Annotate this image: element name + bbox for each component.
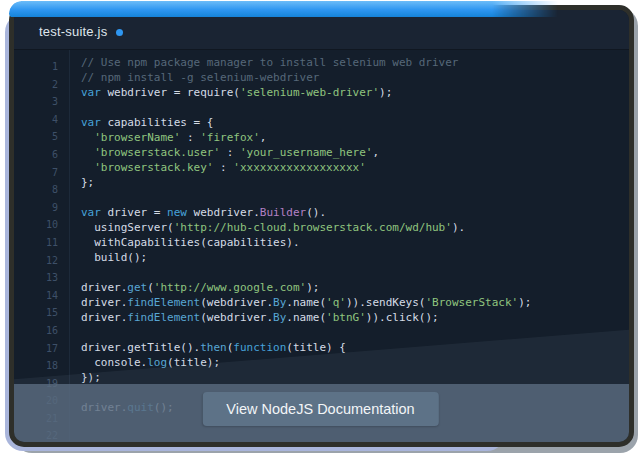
code-content: // Use npm package manager to install se… [70,50,629,441]
code-line: console.log(title); [81,355,629,370]
line-number: 10 [14,216,58,234]
line-number: 20 [14,392,58,410]
view-nodejs-documentation-button[interactable]: View NodeJS Documentation [202,392,438,426]
code-line: var capabilities = { [81,115,629,130]
code-line [81,325,629,340]
line-number: 16 [14,322,58,340]
line-number-gutter: 12345678910111213141516171819202122 [14,50,70,441]
code-line: // npm install -g selenium-webdriver [81,70,629,85]
code-line [81,190,629,205]
code-line: // Use npm package manager to install se… [81,55,629,70]
line-number: 15 [14,304,58,322]
window-title-bar: test-suite.js [14,10,629,50]
code-line: withCapabilities(capabilities). [81,235,629,250]
code-line: build(); [81,250,629,265]
line-number: 7 [14,164,58,182]
code-line: usingServer('http://hub-cloud.browsersta… [81,220,629,235]
code-line: driver.findElement(webdriver.By.name('bt… [81,310,629,325]
line-number: 9 [14,199,58,217]
line-number: 11 [14,234,58,252]
line-number: 4 [14,111,58,129]
code-line: var webdriver = require('selenium-web-dr… [81,85,629,100]
line-number: 14 [14,287,58,305]
line-number: 17 [14,340,58,358]
line-number: 2 [14,76,58,94]
line-number: 1 [14,58,58,76]
line-number: 5 [14,128,58,146]
code-line: }; [81,175,629,190]
screenshot-canvas: test-suite.js 12345678910111213141516171… [0,0,641,460]
line-number: 13 [14,269,58,287]
code-editor-window: test-suite.js 12345678910111213141516171… [9,5,634,447]
code-line: 'browserstack.key' : 'xxxxxxxxxxxxxxxxxx… [81,160,629,175]
code-line: driver.getTitle().then(function(title) { [81,340,629,355]
code-line: driver.findElement(webdriver.By.name('q'… [81,295,629,310]
line-number: 19 [14,375,58,393]
code-line: 'browserName' : 'firefox', [81,130,629,145]
code-line: }); [81,370,629,385]
code-line [81,265,629,280]
line-number: 12 [14,252,58,270]
code-line: driver.get('http://www.google.com'); [81,280,629,295]
line-number: 21 [14,410,58,428]
line-number: 6 [14,146,58,164]
code-editor-area: 12345678910111213141516171819202122 // U… [14,50,629,441]
line-number: 3 [14,93,58,111]
modified-indicator-dot [116,29,123,36]
line-number: 18 [14,357,58,375]
code-line [81,100,629,115]
line-number: 8 [14,181,58,199]
code-line: 'browserstack.user' : 'your_username_her… [81,145,629,160]
line-number: 22 [14,427,58,445]
file-name-title: test-suite.js [39,24,107,39]
code-line: var driver = new webdriver.Builder(). [81,205,629,220]
